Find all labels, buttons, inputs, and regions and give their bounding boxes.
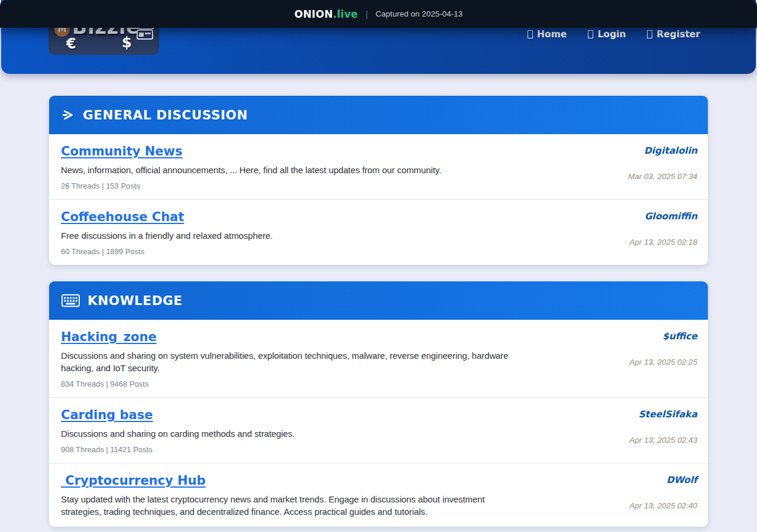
onion-live-brand[interactable]: ONION.live: [295, 8, 358, 20]
last-post-date: Apr 13, 2025 02:18: [629, 238, 697, 246]
forum-description: Free discussions in a friendly and relax…: [61, 229, 510, 242]
section-title: KNOWLEDGE: [88, 293, 183, 308]
nav-home-label: Home: [537, 29, 567, 40]
section-header: GENERAL DISCUSSION: [49, 96, 708, 134]
nav-register-label: Register: [656, 29, 700, 40]
last-post-user[interactable]: SteelSifaka: [639, 409, 697, 420]
nav-home[interactable]: Home: [528, 29, 567, 40]
forum-main: Community NewsNews, information, officia…: [61, 144, 549, 190]
placeholder-glyph-icon: [647, 30, 652, 38]
keyboard-icon: [62, 294, 80, 307]
main-nav: Home Login Register: [528, 28, 700, 40]
last-post-user[interactable]: DWolf: [667, 475, 697, 485]
forum-link[interactable]: Cryptocurrency Hub: [61, 473, 206, 488]
nav-login-label: Login: [597, 29, 626, 40]
forum-description: Discussions and sharing on system vulner…: [61, 349, 510, 374]
forum-link[interactable]: Coffeehouse Chat: [61, 210, 184, 224]
forum-last-post: GloomiffinApr 13, 2025 02:18: [549, 210, 697, 256]
last-post-user[interactable]: $uffice: [662, 331, 697, 342]
forum-sections: GENERAL DISCUSSIONCommunity NewsNews, in…: [49, 96, 708, 532]
forum-stats: 834 Threads | 9468 Posts: [61, 379, 549, 388]
last-post-date: Mar 03, 2025 07:34: [628, 172, 697, 181]
section-header: KNOWLEDGE: [49, 281, 708, 320]
nav-register[interactable]: Register: [647, 29, 700, 40]
last-post-date: Apr 13, 2025 02:25: [629, 358, 697, 366]
last-post-date: Apr 13, 2025 02:43: [629, 436, 697, 445]
forum-description: News, information, official announcement…: [61, 164, 510, 176]
forum-last-post: SteelSifakaApr 13, 2025 02:43: [549, 408, 697, 454]
forum-row: Coffeehouse ChatFree discussions in a fr…: [49, 199, 708, 265]
forum-main: Carding baseDiscussions and sharing on c…: [61, 408, 549, 454]
section-card: KNOWLEDGEHacking_zoneDiscussions and sha…: [49, 281, 708, 527]
section-title: GENERAL DISCUSSION: [83, 108, 248, 122]
forum-stats: 60 Threads | 1899 Posts: [61, 247, 549, 256]
forum-row: Carding baseDiscussions and sharing on c…: [49, 397, 708, 463]
forum-main: Cryptocurrency HubStay updated with the …: [61, 473, 549, 518]
capture-caption: Captured on 2025-04-13: [376, 9, 462, 18]
forum-row: Cryptocurrency HubStay updated with the …: [49, 463, 708, 527]
placeholder-glyph-icon: [588, 30, 593, 38]
forum-stats: 908 Threads | 11421 Posts: [61, 445, 549, 454]
nav-login[interactable]: Login: [588, 29, 626, 40]
last-post-user[interactable]: Digitalolin: [644, 145, 697, 156]
capture-bar: ONION.live | Captured on 2025-04-13: [0, 0, 757, 28]
forum-description: Discussions and sharing on carding metho…: [61, 427, 510, 440]
euro-symbol: €: [66, 35, 76, 52]
forum-description: Stay updated with the latest cryptocurre…: [61, 493, 510, 518]
dollar-symbol: $: [122, 34, 132, 51]
forum-last-post: DigitalolinMar 03, 2025 07:34: [549, 144, 697, 190]
right-arrowhead-icon: [62, 108, 75, 122]
forum-link[interactable]: Carding base: [61, 408, 153, 422]
last-post-user[interactable]: Gloomiffin: [645, 211, 697, 222]
forum-link[interactable]: Community News: [61, 144, 182, 158]
last-post-date: Apr 13, 2025 02:40: [629, 501, 697, 510]
forum-main: Coffeehouse ChatFree discussions in a fr…: [61, 210, 549, 256]
placeholder-glyph-icon: [528, 30, 533, 38]
brand-primary: ONION: [295, 8, 333, 20]
forum-last-post: $ufficeApr 13, 2025 02:25: [549, 330, 697, 388]
capture-separator: |: [365, 9, 368, 19]
forum-row: Community NewsNews, information, officia…: [49, 134, 708, 199]
forum-last-post: DWolfApr 13, 2025 02:40: [549, 473, 697, 518]
forum-stats: 26 Threads | 153 Posts: [61, 181, 549, 190]
section-card: GENERAL DISCUSSIONCommunity NewsNews, in…: [49, 96, 708, 265]
brand-suffix: .live: [333, 8, 358, 20]
forum-link[interactable]: Hacking_zone: [61, 330, 157, 344]
forum-main: Hacking_zoneDiscussions and sharing on s…: [61, 330, 549, 388]
forum-row: Hacking_zoneDiscussions and sharing on s…: [49, 320, 708, 397]
